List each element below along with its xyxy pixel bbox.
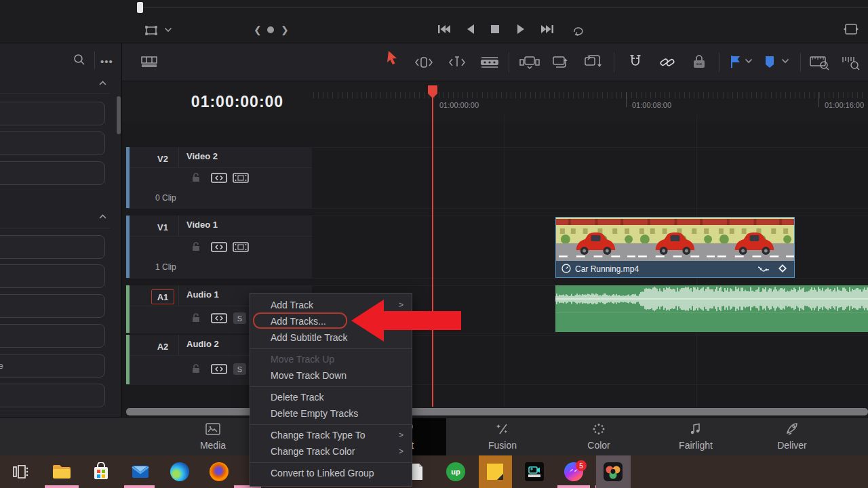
- playhead-line[interactable]: [432, 87, 433, 407]
- flag-dropdown-icon[interactable]: [745, 58, 753, 64]
- track-name[interactable]: Audio 1: [186, 289, 219, 300]
- sidebar-effect-item[interactable]: [0, 131, 105, 155]
- auto-select-icon[interactable]: [211, 173, 227, 183]
- insert-clip-icon[interactable]: [519, 54, 540, 70]
- playhead-handle[interactable]: [427, 85, 439, 102]
- retime-curve-icon[interactable]: [757, 264, 770, 276]
- overwrite-clip-icon[interactable]: [551, 54, 570, 72]
- auto-select-icon[interactable]: [211, 364, 227, 374]
- davinci-resolve-icon[interactable]: [603, 462, 623, 482]
- timeline-zoom-full-icon[interactable]: [809, 54, 831, 71]
- file-explorer-icon[interactable]: [52, 462, 72, 482]
- zoom-slider-handle[interactable]: [137, 2, 143, 13]
- timeline-ruler[interactable]: 01:00:00:00 01:00:08:00 01:00:16:00: [312, 87, 868, 122]
- sidebar-effect-item[interactable]: [0, 102, 105, 125]
- firefox-icon[interactable]: [209, 462, 229, 482]
- current-marker-dot-icon[interactable]: [267, 26, 274, 33]
- tab-fairlight[interactable]: Fairlight: [655, 418, 736, 455]
- play-forward-icon[interactable]: [515, 23, 526, 35]
- position-lock-icon[interactable]: [690, 53, 708, 70]
- menu-item-change-track-color[interactable]: Change Track Color >: [250, 443, 412, 460]
- sidebar-effect-item[interactable]: [0, 235, 105, 259]
- mail-icon[interactable]: [130, 462, 151, 482]
- transform-tool-icon[interactable]: [143, 22, 159, 39]
- track-header-v2[interactable]: V2 Video 2 0 Clip: [130, 147, 312, 208]
- task-view-icon[interactable]: [10, 462, 31, 482]
- lock-icon[interactable]: [191, 363, 201, 374]
- sidebar-effect-item[interactable]: [0, 161, 105, 185]
- track-name[interactable]: Video 1: [186, 220, 218, 230]
- trim-edit-mode-icon[interactable]: [414, 54, 434, 70]
- tab-deliver[interactable]: Deliver: [751, 418, 833, 455]
- track-name[interactable]: Audio 2: [186, 339, 219, 349]
- timeline-horizontal-scrollbar[interactable]: [126, 408, 868, 415]
- menu-item-delete-empty-tracks[interactable]: Delete Empty Tracks: [250, 405, 412, 422]
- upwork-icon[interactable]: up: [446, 462, 466, 482]
- keyframe-diamond-icon[interactable]: [778, 264, 787, 275]
- next-marker-icon[interactable]: ❯: [281, 24, 289, 35]
- expand-view-icon[interactable]: [843, 23, 859, 35]
- play-reverse-icon[interactable]: [465, 23, 476, 35]
- chevron-up-icon[interactable]: [98, 214, 107, 220]
- prev-marker-icon[interactable]: ❮: [254, 24, 262, 35]
- menu-item-change-track-type[interactable]: Change Track Type To >: [250, 427, 412, 443]
- sidebar-effect-item[interactable]: ve: [0, 354, 105, 378]
- solo-button[interactable]: S: [233, 363, 246, 375]
- track-id-selected[interactable]: A1: [151, 289, 174, 304]
- sidebar-effect-item[interactable]: [0, 264, 105, 288]
- go-to-start-icon[interactable]: [437, 23, 452, 35]
- tab-color[interactable]: Color: [558, 418, 639, 455]
- audio-clip[interactable]: [555, 285, 868, 332]
- replace-clip-icon[interactable]: [583, 54, 603, 71]
- zoom-slider-track[interactable]: [139, 7, 868, 7]
- auto-select-icon[interactable]: [211, 242, 227, 252]
- tab-fusion[interactable]: Fusion: [462, 418, 543, 455]
- edge-icon[interactable]: [170, 462, 190, 482]
- film-frame-icon[interactable]: [233, 242, 249, 252]
- sidebar-effect-item[interactable]: [0, 294, 105, 318]
- linked-selection-icon[interactable]: [658, 54, 676, 71]
- stop-icon[interactable]: [490, 24, 500, 34]
- sidebar-effect-item[interactable]: [0, 384, 105, 407]
- marker-dropdown-icon[interactable]: [781, 58, 789, 64]
- options-icon[interactable]: •••: [100, 56, 113, 67]
- auto-select-icon[interactable]: [211, 313, 227, 323]
- track-header-v1[interactable]: V1 Video 1 1 Clip: [130, 216, 312, 278]
- video-clip-car-running[interactable]: Car Running.mp4: [555, 217, 795, 278]
- menu-item-convert-to-linked-group[interactable]: Convert to Linked Group: [250, 465, 412, 481]
- sidebar-scrollbar[interactable]: [117, 96, 121, 134]
- track-id[interactable]: V2: [151, 151, 174, 166]
- microsoft-store-icon[interactable]: [91, 462, 111, 482]
- track-id[interactable]: A2: [151, 339, 174, 354]
- sidebar-effect-item[interactable]: e: [0, 324, 105, 348]
- transform-dropdown-icon[interactable]: [164, 27, 172, 33]
- menu-item-move-track-down[interactable]: Move Track Down: [250, 367, 412, 384]
- timeline-zoom-detail-icon[interactable]: [841, 54, 861, 71]
- go-to-end-icon[interactable]: [540, 23, 555, 35]
- ruler-minor-tick: [371, 92, 372, 98]
- menu-item-delete-track[interactable]: Delete Track: [250, 389, 412, 405]
- sticky-notes-icon[interactable]: [485, 462, 505, 482]
- film-frame-icon[interactable]: [233, 173, 249, 183]
- search-icon[interactable]: [72, 52, 87, 67]
- dynamic-trim-mode-icon[interactable]: [447, 54, 467, 70]
- blade-edit-mode-icon[interactable]: [479, 54, 500, 70]
- flag-icon[interactable]: [729, 54, 743, 69]
- video-clip-namebar: Car Running.mp4: [556, 261, 794, 277]
- lock-icon[interactable]: [191, 312, 201, 323]
- screen-recorder-icon[interactable]: [524, 462, 545, 482]
- marker-icon[interactable]: [764, 54, 776, 69]
- loop-icon[interactable]: [571, 22, 586, 36]
- selection-tool-icon[interactable]: [385, 49, 400, 67]
- solo-button[interactable]: S: [233, 312, 246, 324]
- lock-icon[interactable]: [191, 241, 201, 252]
- timeline-view-options-icon[interactable]: [140, 54, 159, 70]
- tab-media[interactable]: Media: [172, 418, 254, 455]
- messenger-icon[interactable]: 5: [564, 462, 584, 482]
- snapping-icon[interactable]: [627, 54, 644, 71]
- track-id[interactable]: V1: [151, 220, 174, 235]
- chevron-up-icon[interactable]: [98, 80, 107, 86]
- track-name[interactable]: Video 2: [186, 151, 218, 161]
- ruler-minor-tick: [380, 92, 381, 98]
- lock-icon[interactable]: [191, 172, 201, 183]
